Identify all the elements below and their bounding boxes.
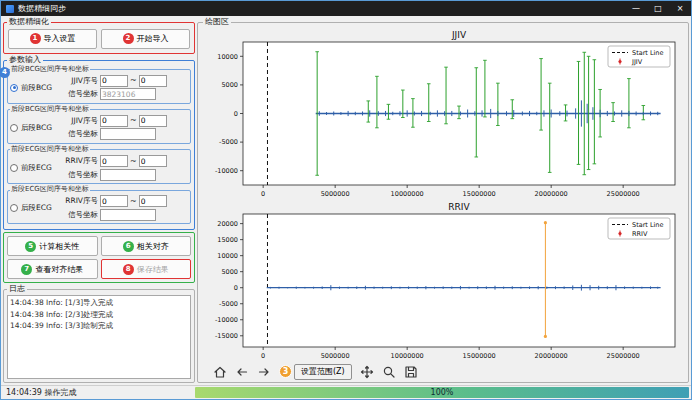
subgroup-rear-bcg-title: 后段BCG区间序号和坐标 [10,106,90,114]
svg-text:10000000: 10000000 [391,352,424,360]
subgroup-rear-bcg: 后段BCG区间序号和坐标 后段BCG JJIV序号 ~ 信号坐 [7,106,191,144]
front-bcg-radio-label: 前段BCG [21,83,52,93]
view-align-result-button[interactable]: 7 查看对齐结果 [7,259,98,279]
front-ecg-coord-input[interactable] [100,169,156,181]
left-panel: 数据精细化 1 导入设置 2 开始导入 参数输入 4 前段BCG区间序号和坐标 [3,18,195,383]
rear-ecg-coord-input[interactable] [100,209,156,221]
front-ecg-coord-label: 信号坐标 [58,170,98,180]
rear-ecg-seq-from-input[interactable] [100,195,128,207]
save-result-label: 保存结果 [137,264,169,275]
step-badge-4: 4 [0,67,10,78]
rear-ecg-coord-label: 信号坐标 [58,210,98,220]
svg-text:10000000: 10000000 [391,190,424,198]
import-settings-label: 导入设置 [44,33,76,44]
front-ecg-seq-from-input[interactable] [100,155,128,167]
rear-bcg-seq-from-input[interactable] [100,115,128,127]
plot-area-label: 绘图区 [203,18,231,27]
log-group-label: 日志 [7,285,27,294]
rear-bcg-radio-label: 后段BCG [21,123,52,133]
front-bcg-seq-from-input[interactable] [100,75,128,87]
plot-area-group: 绘图区 JJIV05000000100000001500000020000000… [197,18,689,383]
home-icon[interactable] [213,365,227,379]
maximize-button[interactable]: □ [647,1,669,16]
step-badge-3: 3 [279,365,292,378]
svg-text:Start Line: Start Line [632,49,664,57]
save-result-button[interactable]: 8 保存结果 [101,259,192,279]
start-import-button[interactable]: 2 开始导入 [101,29,190,49]
pan-icon[interactable] [360,365,374,379]
app-icon [6,5,14,13]
app-window: 数据精细同步 — □ × 数据精细化 1 导入设置 2 开始导入 [0,0,692,400]
rear-ecg-radio[interactable] [10,204,18,212]
action-group: 5 计算相关性 6 相关对齐 7 查看对齐结果 8 保存结果 [3,232,195,283]
subgroup-rear-ecg-title: 后段ECG区间序号和坐标 [10,186,90,194]
import-group-label: 数据精细化 [7,18,51,27]
log-entry: 14:04:38 Info: [1/3]导入完成 [10,297,188,309]
chart-rriv[interactable]: RRIV050000001000000015000000200000002500… [203,199,683,361]
correlation-align-button[interactable]: 6 相关对齐 [101,236,192,256]
set-range-button[interactable]: 设置范围(Z) [294,364,352,380]
log-entry: 14:04:39 Info: [3/3]绘制完成 [10,320,188,332]
svg-text:-10000: -10000 [215,316,238,324]
front-ecg-radio-label: 前段ECG [21,163,52,173]
step-badge-7: 7 [21,264,32,275]
svg-text:RRIV: RRIV [448,202,470,212]
import-group: 数据精细化 1 导入设置 2 开始导入 [3,18,195,54]
params-group: 参数输入 4 前段BCG区间序号和坐标 前段BCG JJIV序号 ~ [3,56,195,231]
tilde-separator: ~ [130,76,137,85]
svg-text:20000000: 20000000 [535,190,568,198]
log-entry: 14:04:38 Info: [2/3]处理完成 [10,309,188,321]
svg-text:-15000: -15000 [215,332,238,340]
svg-text:15000000: 15000000 [463,190,496,198]
import-settings-button[interactable]: 1 导入设置 [8,29,97,49]
front-ecg-radio[interactable] [10,164,18,172]
svg-text:15000000: 15000000 [463,352,496,360]
rear-bcg-coord-input[interactable] [100,128,156,140]
svg-text:JJIV: JJIV [451,30,467,40]
zoom-icon[interactable] [382,365,396,379]
tilde-separator: ~ [130,116,137,125]
forward-icon[interactable] [257,365,271,379]
svg-text:RRIV: RRIV [632,230,648,238]
svg-text:5000000: 5000000 [321,190,350,198]
progress-label: 100% [431,388,454,397]
rear-bcg-seq-label: JJIV序号 [58,116,98,126]
step-badge-8: 8 [123,264,134,275]
svg-text:0: 0 [234,110,238,118]
tilde-separator: ~ [130,157,137,166]
svg-text:0: 0 [234,284,238,292]
close-button[interactable]: × [669,1,691,16]
window-title: 数据精细同步 [18,3,66,14]
front-bcg-seq-to-input[interactable] [139,75,167,87]
svg-text:-5000: -5000 [219,138,238,146]
subgroup-front-ecg: 前段ECG区间序号和坐标 前段ECG RRIV序号 ~ 信号坐 [7,146,191,184]
front-ecg-seq-to-input[interactable] [139,155,167,167]
rear-bcg-coord-label: 信号坐标 [58,129,98,139]
chart-jjiv[interactable]: JJIV050000001000000015000000200000002500… [203,27,683,199]
svg-text:-5000: -5000 [219,300,238,308]
log-group: 日志 14:04:38 Info: [1/3]导入完成 14:04:38 Inf… [3,285,195,383]
chart-canvas: RRIV050000001000000015000000200000002500… [203,199,683,361]
compute-correlation-button[interactable]: 5 计算相关性 [7,236,98,256]
svg-text:10000: 10000 [217,252,238,260]
log-list[interactable]: 14:04:38 Info: [1/3]导入完成 14:04:38 Info: … [7,295,191,379]
rear-ecg-seq-to-input[interactable] [139,195,167,207]
view-align-result-label: 查看对齐结果 [35,264,83,275]
svg-text:JJIV: JJIV [631,58,643,66]
svg-text:-10000: -10000 [215,167,238,175]
window-controls: — □ × [625,1,691,16]
chart-canvas: JJIV050000001000000015000000200000002500… [203,27,683,199]
front-bcg-coord-input[interactable] [100,88,156,100]
rear-ecg-radio-label: 后段ECG [21,203,52,213]
svg-text:20000: 20000 [217,220,238,228]
front-bcg-radio[interactable] [10,84,18,92]
svg-text:5000: 5000 [221,268,238,276]
rear-bcg-radio[interactable] [10,124,18,132]
minimize-button[interactable]: — [625,1,647,16]
svg-text:5000000: 5000000 [321,352,350,360]
back-icon[interactable] [235,365,249,379]
rear-bcg-seq-to-input[interactable] [139,115,167,127]
subgroup-front-ecg-title: 前段ECG区间序号和坐标 [10,146,90,154]
titlebar: 数据精细同步 — □ × [1,1,691,16]
save-icon[interactable] [404,365,418,379]
